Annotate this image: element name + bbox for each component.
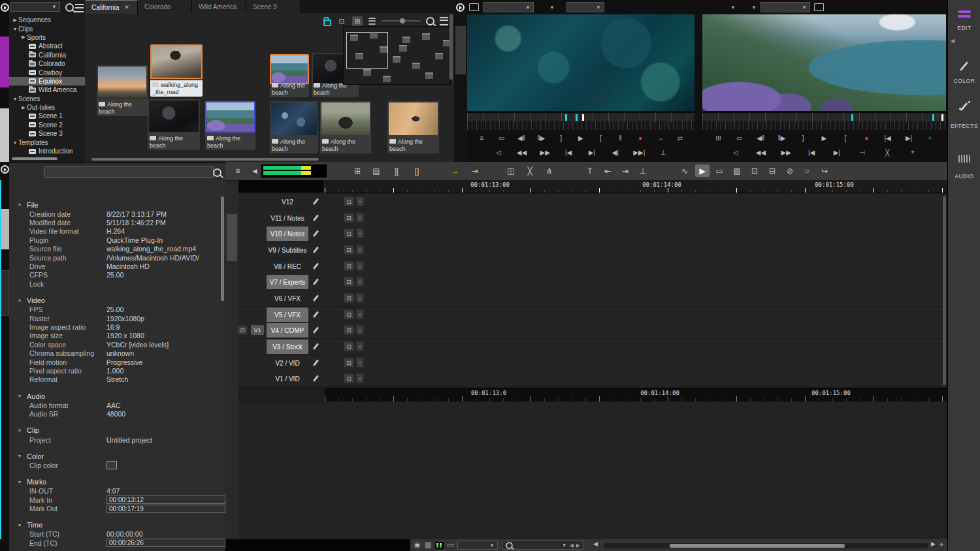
track-monitor-icon[interactable]: ⊡ <box>344 213 354 223</box>
track-monitor-icon[interactable]: ⊡ <box>344 245 354 255</box>
transport-button[interactable]: ● <box>861 134 872 142</box>
list-view-icon[interactable] <box>368 18 375 24</box>
toolbar-tool[interactable]: ◫ <box>504 165 518 177</box>
bin-tree-item[interactable]: California <box>9 51 85 59</box>
track-monitor-icon[interactable]: ⊡ <box>344 373 354 383</box>
transport-button[interactable]: ◀◀ <box>756 149 766 156</box>
transport-button[interactable]: ‖▶ <box>777 134 787 142</box>
property-input[interactable]: 00:00:13:12 <box>106 496 225 504</box>
transport-button[interactable]: ▶| <box>904 134 914 142</box>
track-monitor-icon[interactable]: ⊡ <box>344 358 354 368</box>
track-monitor-icon[interactable]: ⊡ <box>344 325 354 335</box>
transport-button[interactable]: |◀ <box>883 134 893 142</box>
collapse-icon[interactable]: ▼ <box>9 480 23 484</box>
section-header-clip[interactable]: ▼Clip <box>9 426 225 435</box>
source-monitor-image[interactable] <box>467 14 694 111</box>
clip-color-checkbox[interactable] <box>106 461 117 469</box>
track-label-V1[interactable]: V1 / VID <box>267 371 308 386</box>
sidebar-item-color[interactable]: COLOR <box>948 61 980 100</box>
thumbnail-size-slider[interactable] <box>382 20 421 22</box>
panel-menu-button[interactable] <box>1 3 9 12</box>
section-header-file[interactable]: ▼File <box>9 200 225 210</box>
track-label-V11[interactable]: V11 / Notes <box>267 211 308 225</box>
transport-button[interactable]: ⌖ <box>907 148 918 156</box>
tab-inspector[interactable] <box>0 209 9 249</box>
scene-dropdown[interactable]: ▼ <box>760 2 810 12</box>
locator-icon[interactable]: ⌖ <box>939 541 943 549</box>
source-patch[interactable]: V1 <box>251 325 264 335</box>
track-option-icon[interactable]: ▫ <box>356 197 364 206</box>
composer-menu-button[interactable] <box>456 3 465 12</box>
next-icon[interactable]: ▶ <box>576 543 580 548</box>
track-monitor-icon[interactable]: ⊡ <box>344 261 354 271</box>
transport-button[interactable]: [ <box>595 134 606 142</box>
meter-mini-icon[interactable] <box>435 542 444 550</box>
track-lane-A2[interactable] <box>238 417 946 434</box>
transport-button[interactable]: ▭ <box>734 134 745 142</box>
bin-tree-item[interactable]: Scene 3 <box>9 129 85 138</box>
track-option-icon[interactable]: ▫ <box>356 309 364 319</box>
track-label-V4[interactable]: V4 / COMP <box>267 323 308 338</box>
bin-tab-wild-america[interactable]: Wild America <box>192 0 246 13</box>
track-option-icon[interactable]: ▫ <box>356 293 364 303</box>
track-monitor-icon[interactable]: ⊡ <box>344 197 354 206</box>
tab-timeline[interactable] <box>227 214 237 261</box>
transport-button[interactable]: [ <box>840 134 851 142</box>
bin-menu-icon[interactable] <box>440 17 448 25</box>
bin-tree-item[interactable]: Colorado <box>9 59 85 68</box>
grid-view-icon[interactable]: ⊞ <box>352 16 363 26</box>
bin-tree-item[interactable]: Abstract <box>9 42 85 50</box>
track-option-icon[interactable]: ▫ <box>356 341 364 351</box>
transport-button[interactable]: ] <box>798 134 808 142</box>
toolbar-tool[interactable]: ⊞ <box>350 165 365 177</box>
collapse-icon[interactable]: ▼ <box>9 454 23 458</box>
toolbar-tool[interactable]: ⊘ <box>783 165 797 177</box>
tab-effect-palette[interactable] <box>0 108 9 163</box>
toolbar-tool[interactable]: ↪ <box>817 165 832 177</box>
sidebar-item-edit[interactable]: EDIT <box>948 9 980 48</box>
track-monitor-icon[interactable]: ⊡ <box>344 309 354 319</box>
bin-tree-item[interactable]: Cowboy <box>9 68 85 76</box>
track-label-V3[interactable]: V3 / Stock <box>267 339 308 354</box>
speaker-icon[interactable]: ◄ <box>248 165 262 177</box>
scroll-right-icon[interactable]: ▶ <box>931 541 936 547</box>
toolbar-tool[interactable]: ⇥ <box>468 165 482 177</box>
source-empty-dropdown[interactable]: ▼ <box>566 2 604 12</box>
transport-button[interactable]: ▶ <box>819 134 829 142</box>
scroll-left-icon[interactable]: ◀ <box>593 541 598 547</box>
track-lane-A8[interactable] <box>238 513 946 530</box>
section-header-color[interactable]: ▼Color <box>9 451 225 461</box>
collapse-icon[interactable]: ▼ <box>9 523 23 527</box>
track-option-icon[interactable]: ▫ <box>356 373 364 383</box>
track-label-V10[interactable]: V10 / Notes <box>267 227 308 241</box>
sidebar-item-audio[interactable]: AUDIO <box>948 155 980 194</box>
track-label-V6[interactable]: V6 / VFX <box>267 291 308 306</box>
bin-tree-item[interactable]: ▶Out-takes <box>9 103 85 112</box>
bin-clip-card[interactable]: Along the beach <box>97 65 148 116</box>
inspector-search-icon[interactable] <box>213 168 221 177</box>
track-monitor-icon[interactable]: ⊡ <box>344 277 354 287</box>
playhead[interactable] <box>0 180 1 539</box>
inspector-scrollbar[interactable] <box>221 197 224 301</box>
section-header-time[interactable]: ▼Time <box>9 520 225 530</box>
timeline-search[interactable]: ▼ ◀ ▶ <box>502 541 583 550</box>
search-icon[interactable] <box>65 3 74 12</box>
bin-clip-card[interactable]: walking_along _the_road <box>150 44 203 97</box>
transport-button[interactable]: ◁ <box>493 149 504 156</box>
bin-clip-card[interactable]: Along the beach <box>320 101 371 153</box>
tab-bin-container[interactable] <box>0 37 9 87</box>
bin-minimap[interactable] <box>343 26 451 85</box>
toolbar-tool[interactable]: [] <box>410 165 424 177</box>
transport-button[interactable]: ‖▶ <box>536 134 546 142</box>
transport-button[interactable]: ‖ <box>615 134 626 142</box>
collapse-icon[interactable]: ▼ <box>12 27 18 31</box>
toolbar-tool[interactable]: ∿ <box>678 165 692 177</box>
collapse-icon[interactable]: ▼ <box>9 428 23 433</box>
chevron-down-icon[interactable]: ▼ <box>562 543 567 548</box>
transport-button[interactable]: ▶▶ <box>781 149 791 156</box>
projects-selector[interactable]: ▼ <box>10 2 60 12</box>
track-label-V9[interactable]: V9 / Subtitles <box>267 243 308 257</box>
expand-icon[interactable]: ▶ <box>20 105 27 110</box>
monitor-mini-icon[interactable]: ▭ <box>447 541 453 549</box>
transport-button[interactable]: ◀◀ <box>517 149 527 156</box>
